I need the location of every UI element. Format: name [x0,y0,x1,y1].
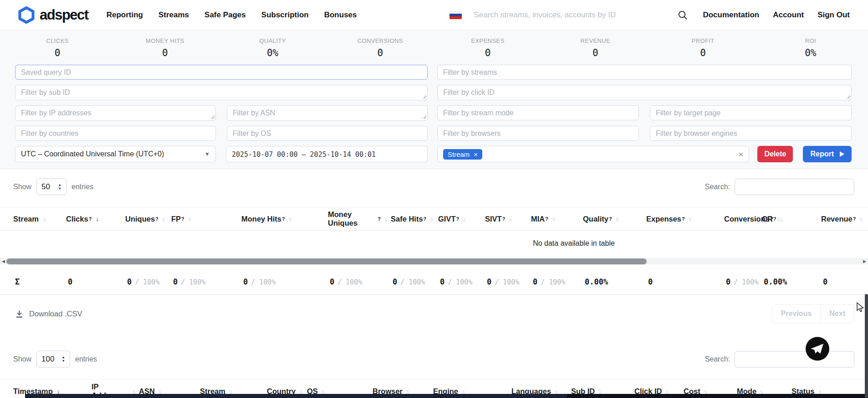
delete-button[interactable]: Delete [757,146,793,162]
next-page-button[interactable]: Next [820,304,854,323]
sort-icon[interactable]: ↑↓ [162,216,166,222]
pagination: Previous Next [772,304,854,323]
timezone-value: UTC – Coordinated Universal Time (UTC+0) [21,150,164,158]
clicks-table-search-input[interactable] [735,351,854,367]
sort-icon[interactable]: ↑↓ [384,216,388,222]
clicks-table-toolbar: Show 100 ▲▼ entries Search: [0,341,868,373]
stat-card: EXPENSES 0 [434,37,541,58]
column-label: Stream [13,215,39,223]
previous-page-button[interactable]: Previous [772,304,821,323]
sort-icon[interactable]: ↑↓ [859,216,863,222]
stat-value: 0 [541,47,649,58]
filter-ip-textarea[interactable] [15,105,216,121]
nav-link[interactable]: Reporting [107,10,143,20]
column-header[interactable]: Money Hits? ↑↓ [241,215,328,223]
column-header[interactable]: Conversions? ↑↓ [724,215,762,223]
column-header[interactable]: CR? ↑↓ [762,215,821,223]
sort-icon[interactable]: ↑↓ [95,216,99,222]
total-cell: 0/ 100% [724,277,762,286]
report-button[interactable]: Report [803,146,852,162]
sort-icon[interactable]: ↑↓ [429,216,434,222]
report-table-search-input[interactable] [735,179,854,195]
column-header[interactable]: Uniques? ↑↓ [125,215,171,223]
adspect-logo[interactable]: adspect [18,6,88,24]
column-label: FP [171,215,181,223]
filter-subid-textarea[interactable] [15,85,428,100]
stream-tag-chip[interactable]: Stream × [443,149,482,160]
filter-browsers-input[interactable] [437,126,639,141]
nav-link[interactable]: Bonuses [324,10,357,20]
nav-link[interactable]: Subscription [261,10,309,20]
filter-streams-input[interactable] [437,65,852,80]
scroll-right-icon[interactable]: ► [862,258,867,265]
column-label: Money Hits [241,215,281,223]
column-header[interactable]: Quality? ↑↓ [583,215,646,223]
column-header[interactable]: Revenue? ↑↓ [821,215,866,223]
date-range-input[interactable] [226,146,428,162]
page-size-select[interactable]: 50 ▲▼ [36,178,66,195]
total-value: 0 [393,277,397,286]
group-by-tags-input[interactable]: Stream × × [437,146,749,162]
nav-link[interactable]: Safe Pages [204,10,246,20]
report-label: Report [810,150,834,158]
sort-icon[interactable]: ↑↓ [780,216,784,222]
filter-os-input[interactable] [227,126,428,141]
help-superscript: ? [682,216,685,222]
column-header[interactable]: SIVT? ↑↓ [485,215,531,223]
filter-asn-textarea[interactable] [227,105,428,121]
page-size-select[interactable]: 100 ▲▼ [36,351,70,367]
saved-query-input[interactable] [15,65,428,80]
sort-icon[interactable]: ↑↓ [188,216,192,222]
filter-browser-engines-input[interactable] [650,126,852,141]
help-superscript: ? [282,216,285,222]
sort-icon[interactable]: ↑↓ [688,216,692,222]
scrollbar-thumb[interactable] [6,258,647,264]
sort-icon[interactable]: ↑↓ [288,216,292,222]
show-label: Show [13,355,31,363]
column-header[interactable]: Money Uniques? ↑↓ [328,210,391,227]
top-navbar: adspect ReportingStreamsSafe PagesSubscr… [0,0,868,31]
stat-card: REVENUE 0 [541,37,649,58]
remove-tag-icon[interactable]: × [474,151,478,158]
search-icon[interactable] [678,10,688,21]
column-header[interactable]: Safe Hits? ↑↓ [391,215,438,223]
chip-label: Stream [448,151,470,158]
stat-value: 0 [327,47,434,58]
nav-link[interactable]: Documentation [703,10,759,20]
horizontal-scrollbar[interactable]: ◄ ► [0,257,868,266]
vertical-scrollbar-thumb[interactable] [865,294,868,398]
sort-icon[interactable]: ↑↓ [42,216,46,222]
page-size-value: 50 [41,182,50,191]
filter-target-page-input[interactable] [650,105,852,120]
clear-tags-icon[interactable]: × [738,150,743,159]
filter-countries-input[interactable] [15,126,216,141]
sort-icon[interactable]: ↑↓ [508,216,512,222]
column-header[interactable]: FP? ↑↓ [171,215,241,223]
total-cell: 0 [66,277,125,286]
column-label: Expenses [646,215,681,223]
download-csv-button[interactable]: Download .CSV [15,310,82,318]
column-label: SIVT [485,215,502,223]
telegram-widget-button[interactable] [806,337,829,361]
sort-icon[interactable]: ↑↓ [615,216,619,222]
filter-stream-mode-input[interactable] [437,105,639,120]
sort-icon[interactable]: ↑↓ [551,216,556,222]
column-header[interactable]: GIVT? ↑↓ [438,215,485,223]
column-header[interactable]: MIA? ↑↓ [531,215,583,223]
nav-link[interactable]: Streams [158,10,189,20]
column-header[interactable]: Clicks? ↑↓ [66,215,125,223]
global-search-input[interactable] [473,10,673,20]
nav-link[interactable]: Account [773,10,804,20]
stat-label: MONEY HITS [111,37,219,44]
help-superscript: ? [456,216,460,222]
nav-link[interactable]: Sign Out [817,10,850,20]
stat-card: ROI 0% [757,37,864,58]
column-header[interactable]: Expenses? ↑↓ [646,215,724,223]
language-flag-icon[interactable] [449,11,462,19]
timezone-select[interactable]: UTC – Coordinated Universal Time (UTC+0)… [15,146,216,162]
filter-clickid-textarea[interactable] [437,85,852,100]
sort-icon[interactable]: ↑↓ [462,216,466,222]
column-header[interactable]: Stream ↑↓ [13,215,66,223]
column-label: Safe Hits [391,215,423,223]
scroll-left-icon[interactable]: ◄ [1,258,6,265]
